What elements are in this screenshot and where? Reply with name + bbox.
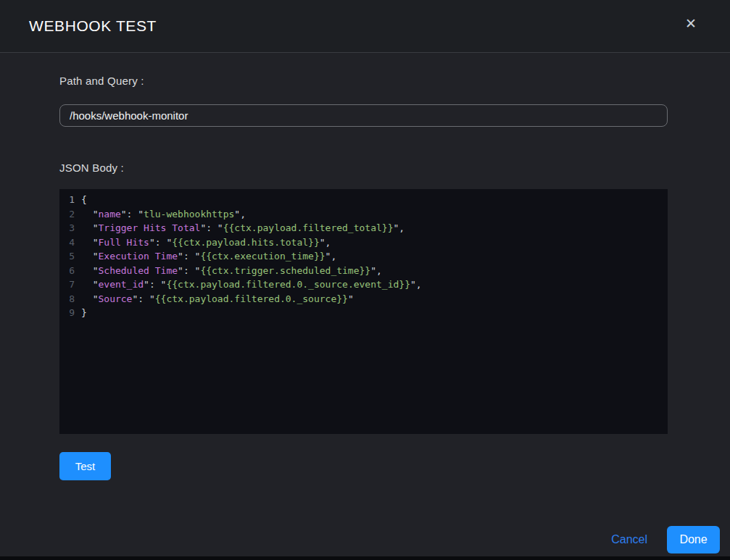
code-text: "name": "tlu-webhookhttps", <box>81 207 246 222</box>
code-text: "event_id": "{{ctx.payload.filtered.0._s… <box>81 277 422 292</box>
code-line: 3 "Trigger Hits Total": "{{ctx.payload.f… <box>59 221 668 235</box>
code-text: "Trigger Hits Total": "{{ctx.payload.fil… <box>81 221 405 235</box>
code-line: 7 "event_id": "{{ctx.payload.filtered.0.… <box>59 277 668 292</box>
line-number: 5 <box>59 249 81 264</box>
code-text: "Source": "{{ctx.payload.filtered.0._sou… <box>81 292 354 306</box>
line-number: 3 <box>59 221 81 235</box>
code-line: 4 "Full Hits": "{{ctx.payload.hits.total… <box>59 235 668 250</box>
path-query-label: Path and Query : <box>59 53 668 87</box>
code-text: "Full Hits": "{{ctx.payload.hits.total}}… <box>81 235 331 250</box>
line-number: 6 <box>59 264 81 278</box>
line-number: 1 <box>59 193 81 207</box>
code-line: 5 "Execution Time": "{{ctx.execution_tim… <box>59 249 668 264</box>
dialog-body: Path and Query : JSON Body : 1{2 "name":… <box>0 53 730 480</box>
json-body-editor[interactable]: 1{2 "name": "tlu-webhookhttps",3 "Trigge… <box>59 189 668 434</box>
line-number: 4 <box>59 235 81 250</box>
line-number: 9 <box>59 306 81 320</box>
code-line: 8 "Source": "{{ctx.payload.filtered.0._s… <box>59 292 668 306</box>
page-title: WEBHOOK TEST <box>29 17 157 35</box>
line-number: 2 <box>59 207 81 222</box>
cancel-button[interactable]: Cancel <box>611 533 647 546</box>
test-button[interactable]: Test <box>59 452 111 480</box>
code-text: "Scheduled Time": "{{ctx.trigger.schedul… <box>81 264 382 278</box>
dialog-footer: Cancel Done <box>611 526 720 553</box>
line-number: 7 <box>59 277 81 292</box>
code-line: 1{ <box>59 193 668 207</box>
code-text: "Execution Time": "{{ctx.execution_time}… <box>81 249 336 264</box>
code-line: 9} <box>59 306 668 320</box>
close-icon[interactable]: ✕ <box>681 13 701 33</box>
code-line: 2 "name": "tlu-webhookhttps", <box>59 207 668 222</box>
code-text: } <box>81 306 87 320</box>
line-number: 8 <box>59 292 81 306</box>
done-button[interactable]: Done <box>667 526 720 553</box>
json-body-label: JSON Body : <box>59 127 668 174</box>
code-line: 6 "Scheduled Time": "{{ctx.trigger.sched… <box>59 264 668 278</box>
dialog-header: WEBHOOK TEST ✕ <box>0 0 730 53</box>
code-text: { <box>81 193 87 207</box>
webhook-test-dialog: WEBHOOK TEST ✕ Path and Query : JSON Bod… <box>0 0 730 556</box>
path-query-input[interactable] <box>59 104 668 127</box>
